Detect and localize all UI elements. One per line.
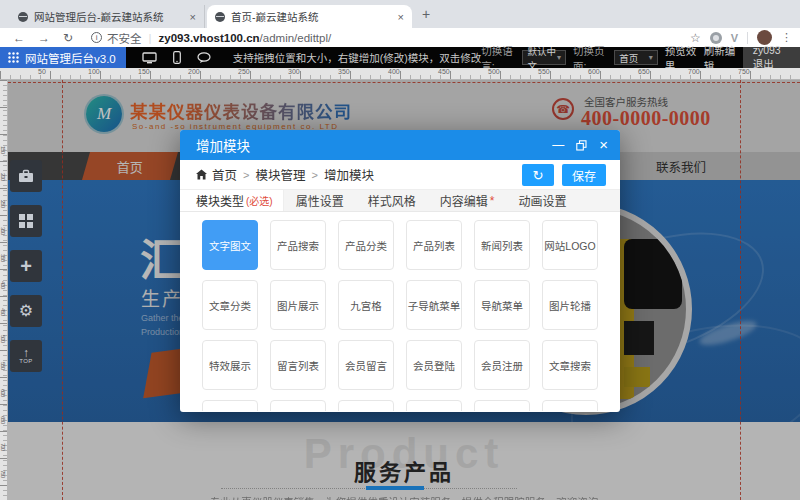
ruler-top: 5010015020025030035040045050055060065070… bbox=[0, 68, 800, 80]
ruler-label: 600 bbox=[0, 389, 6, 396]
ruler-label: 100 bbox=[88, 68, 100, 75]
tab-label: 样式风格 bbox=[368, 192, 416, 209]
page-select[interactable]: 首页 ▾ bbox=[614, 50, 658, 65]
module-type-item[interactable]: 产品列表 bbox=[406, 220, 462, 270]
module-type-item[interactable]: 文章分类 bbox=[202, 280, 258, 330]
chevron-down-icon: ▾ bbox=[649, 53, 653, 62]
breadcrumb-item[interactable]: 增加模块 bbox=[324, 165, 374, 184]
module-type-item[interactable]: 产品分类 bbox=[338, 220, 394, 270]
tab-label: 属性设置 bbox=[296, 192, 344, 209]
toolbox-button[interactable] bbox=[10, 160, 42, 192]
ruler-label: 350 bbox=[0, 254, 6, 261]
module-type-item[interactable] bbox=[270, 400, 326, 411]
back-icon[interactable]: ← bbox=[13, 31, 25, 45]
module-type-item[interactable]: 网站LOGO bbox=[542, 220, 598, 270]
module-type-item[interactable]: 文章搜索 bbox=[542, 340, 598, 390]
ruler-label: 750 bbox=[738, 68, 750, 75]
tab-close-icon[interactable]: × bbox=[398, 11, 404, 23]
ruler-label: 250 bbox=[238, 68, 250, 75]
ruler-label: 50 bbox=[38, 68, 46, 75]
drag-tip-text: 支持拖拽位置和大小，右键增加(修改)模块，双击修改 bbox=[233, 50, 482, 65]
top-label: TOP bbox=[19, 358, 33, 364]
new-tab-button[interactable]: + bbox=[422, 6, 430, 22]
ruler-label: 600 bbox=[588, 68, 600, 75]
module-type-item[interactable]: 九宫格 bbox=[338, 280, 394, 330]
module-type-item[interactable]: 留言列表 bbox=[270, 340, 326, 390]
tab-content-edit[interactable]: 内容编辑 * bbox=[428, 190, 507, 211]
module-type-item[interactable]: 产品搜索 bbox=[270, 220, 326, 270]
tab-favicon-icon bbox=[18, 12, 28, 22]
modules-button[interactable] bbox=[10, 205, 42, 237]
module-type-item[interactable] bbox=[406, 400, 462, 411]
screen: 网站管理后台-巅云建站系统 × 首页-巅云建站系统 × + ← → ↻ i 不安… bbox=[0, 0, 800, 500]
module-type-item[interactable] bbox=[542, 400, 598, 411]
reload-icon[interactable]: ↻ bbox=[63, 31, 73, 45]
mobile-view-icon[interactable] bbox=[173, 51, 181, 64]
ruler-label: 650 bbox=[0, 416, 6, 423]
add-module-modal: 增加模块 — × 首页 > 模块管理 > 增加模块 ↻ 保存 模块类型 (必选) bbox=[180, 130, 620, 412]
modal-header[interactable]: 增加模块 — × bbox=[180, 130, 620, 160]
browser-tab-admin[interactable]: 网站管理后台-巅云建站系统 × bbox=[10, 5, 205, 28]
tab-label: 动画设置 bbox=[518, 192, 566, 209]
browser-tab-bar: 网站管理后台-巅云建站系统 × 首页-巅云建站系统 × + bbox=[0, 0, 800, 28]
module-type-item[interactable]: 子导航菜单 bbox=[406, 280, 462, 330]
browser-tab-home[interactable]: 首页-巅云建站系统 × bbox=[207, 5, 412, 28]
ruler-label: 150 bbox=[0, 146, 6, 153]
module-type-item[interactable]: 特效展示 bbox=[202, 340, 258, 390]
module-type-item[interactable] bbox=[474, 400, 530, 411]
ruler-label: 200 bbox=[0, 173, 6, 180]
tab-title: 网站管理后台-巅云建站系统 bbox=[34, 9, 184, 24]
breadcrumb-item[interactable]: 首页 bbox=[212, 165, 237, 184]
module-type-item[interactable] bbox=[338, 400, 394, 411]
security-label: 不安全 bbox=[107, 30, 142, 46]
module-type-item[interactable]: 导航菜单 bbox=[474, 280, 530, 330]
module-type-item[interactable]: 新闻列表 bbox=[474, 220, 530, 270]
home-icon bbox=[196, 169, 207, 180]
close-icon[interactable]: × bbox=[599, 139, 608, 151]
required-star: * bbox=[490, 194, 495, 208]
module-type-item[interactable]: 会员留言 bbox=[338, 340, 394, 390]
module-type-item[interactable]: 图片展示 bbox=[270, 280, 326, 330]
module-type-item[interactable]: 图片轮播 bbox=[542, 280, 598, 330]
tab-style[interactable]: 样式风格 bbox=[356, 190, 428, 211]
back-to-top-button[interactable]: ↑ TOP bbox=[10, 340, 42, 372]
tab-label: 内容编辑 bbox=[440, 192, 488, 209]
ruler-label: 350 bbox=[338, 68, 350, 75]
tab-animation[interactable]: 动画设置 bbox=[506, 190, 578, 211]
breadcrumb-separator: > bbox=[243, 169, 249, 181]
logout-button[interactable]: zy093退出 bbox=[743, 47, 800, 68]
ruler-label: 700 bbox=[0, 443, 6, 450]
lang-select[interactable]: 默认中文 ▾ bbox=[522, 50, 566, 65]
url-path: /admin/edittpl/ bbox=[260, 32, 332, 44]
module-type-item[interactable]: 文字图文 bbox=[202, 220, 258, 270]
module-type-item[interactable]: 会员登陆 bbox=[406, 340, 462, 390]
modal-title: 增加模块 bbox=[196, 135, 250, 155]
save-button[interactable]: 保存 bbox=[562, 164, 606, 186]
tab-favicon-icon bbox=[215, 12, 225, 22]
chat-icon[interactable] bbox=[197, 52, 211, 64]
add-module-button[interactable]: + bbox=[10, 250, 42, 282]
module-type-item[interactable] bbox=[202, 400, 258, 411]
forward-icon[interactable]: → bbox=[38, 31, 50, 45]
minimize-icon[interactable]: — bbox=[552, 140, 564, 150]
settings-button[interactable]: ⚙ bbox=[10, 295, 42, 327]
ruler-label: 750 bbox=[0, 470, 6, 477]
ruler-label: 550 bbox=[0, 362, 6, 369]
modal-refresh-button[interactable]: ↻ bbox=[522, 164, 554, 186]
modal-tab-bar: 模块类型 (必选) 属性设置 样式风格 内容编辑 * 动画设置 bbox=[180, 190, 620, 212]
gear-icon: ⚙ bbox=[19, 303, 33, 319]
breadcrumb-item[interactable]: 模块管理 bbox=[255, 165, 305, 184]
ruler-label: 500 bbox=[488, 68, 500, 75]
url-host: zy093.vhost100.cn bbox=[159, 32, 260, 44]
arrow-up-icon: ↑ bbox=[23, 348, 29, 358]
tab-label: 模块类型 bbox=[196, 192, 244, 209]
info-icon[interactable]: i bbox=[91, 32, 102, 43]
tab-attributes[interactable]: 属性设置 bbox=[284, 190, 356, 211]
tab-close-icon[interactable]: × bbox=[190, 11, 196, 23]
restore-icon[interactable] bbox=[576, 140, 587, 151]
url-field[interactable]: zy093.vhost100.cn/admin/edittpl/ bbox=[159, 32, 332, 44]
ruler-left: 150200250300350400450500550600650700750 bbox=[0, 80, 8, 500]
desktop-view-icon[interactable] bbox=[142, 52, 157, 64]
module-type-item[interactable]: 会员注册 bbox=[474, 340, 530, 390]
tab-module-type[interactable]: 模块类型 (必选) bbox=[180, 190, 284, 211]
